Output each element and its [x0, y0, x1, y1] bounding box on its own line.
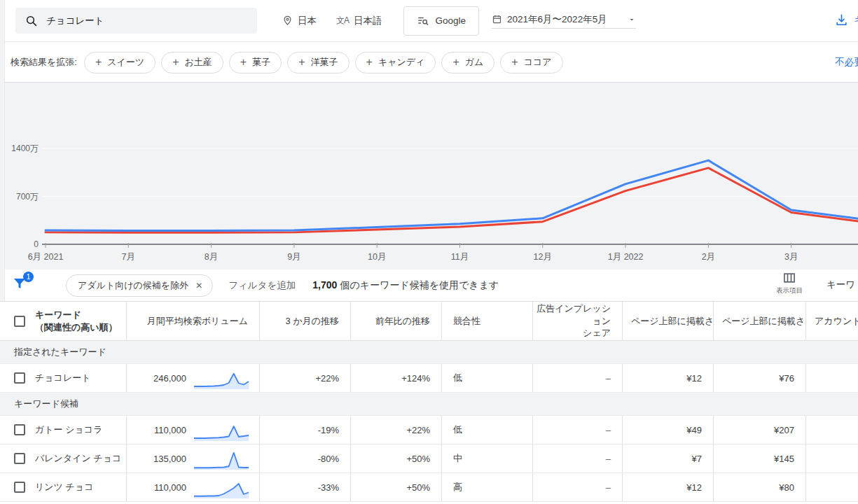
- table-row[interactable]: チョコレート 246,000 +22% +124% 低 – ¥12 ¥76: [0, 364, 858, 393]
- remove-filter-icon[interactable]: [195, 280, 202, 290]
- account-status-cell: [805, 416, 858, 444]
- expand-chip-sweets[interactable]: スイーツ: [84, 52, 155, 74]
- svg-text:8月: 8月: [205, 252, 218, 262]
- top-bid-high-value: ¥76: [713, 364, 805, 392]
- header-keyword-line2: （関連性の高い順）: [35, 321, 118, 334]
- three-month-value: -19%: [259, 416, 350, 444]
- translate-icon: 文A: [336, 15, 349, 27]
- header-top-bid-high[interactable]: ページ上部に掲載された: [713, 302, 805, 340]
- header-top-bid-low[interactable]: ページ上部に掲載された: [622, 302, 713, 340]
- keyword-label: バレンタイン チョコ: [35, 452, 121, 465]
- yoy-value: +124%: [350, 364, 441, 392]
- header-ad-share-line1: 広告インプレッション: [533, 302, 611, 327]
- svg-text:7月: 7月: [122, 252, 135, 262]
- svg-text:1400万: 1400万: [11, 144, 39, 153]
- view-selector[interactable]: キーワ: [826, 279, 855, 291]
- plus-icon: [366, 57, 373, 68]
- volume-value: 110,000: [127, 425, 186, 435]
- expand-chip-gum[interactable]: ガム: [441, 52, 494, 74]
- header-keyword[interactable]: キーワード （関連性の高い順）: [0, 302, 126, 340]
- filter-bar: 1 アダルト向けの候補を除外 フィルタを追加 1,700個のキーワード候補を使用…: [0, 270, 858, 301]
- svg-text:2月: 2月: [702, 252, 715, 262]
- three-month-value: -80%: [259, 444, 350, 472]
- chip-label: ガム: [465, 56, 484, 69]
- columns-button[interactable]: 表示項目: [776, 271, 803, 295]
- main-chart-svg: 6月 20217月8月9月10月11月12月1月 20222月3月4月0700万…: [0, 83, 858, 270]
- header-three-month[interactable]: 3 か月の推移: [259, 302, 350, 340]
- top-bid-low-value: ¥12: [622, 364, 713, 392]
- location-selector[interactable]: 日本: [282, 15, 317, 27]
- competition-value: 低: [441, 416, 532, 444]
- calendar-icon: [492, 14, 502, 24]
- top-bid-low-value: ¥7: [622, 444, 713, 472]
- yoy-value: +50%: [350, 444, 441, 472]
- three-month-value: +22%: [259, 364, 350, 392]
- sparkline: [192, 449, 251, 470]
- svg-text:6月 2021: 6月 2021: [28, 252, 64, 262]
- account-status-cell: [805, 364, 858, 392]
- header-account[interactable]: アカウントの: [805, 302, 858, 340]
- columns-icon: [782, 271, 796, 285]
- download-label: キー: [854, 14, 858, 27]
- keyword-search-input[interactable]: チョコレート: [15, 8, 257, 34]
- plus-icon: [298, 57, 305, 68]
- header-ad-share[interactable]: 広告インプレッション シェア: [532, 302, 622, 340]
- filter-count-badge: 1: [23, 272, 34, 282]
- expand-chip-kashi[interactable]: 菓子: [229, 52, 282, 74]
- expand-chip-souvenir[interactable]: お土産: [161, 52, 223, 74]
- table-row[interactable]: バレンタイン チョコ 135,000 -80% +50% 中 – ¥7 ¥145: [0, 444, 858, 473]
- chip-label: 菓子: [252, 56, 270, 69]
- account-status-cell: [805, 444, 858, 472]
- network-selector[interactable]: Google: [403, 6, 480, 36]
- topbar: チョコレート 日本 文A 日本語 Google 2021年6月〜2022年5月 …: [0, 0, 858, 42]
- top-bid-low-value: ¥12: [622, 473, 713, 501]
- volume-value: 135,000: [127, 454, 186, 464]
- date-range-selector[interactable]: 2021年6月〜2022年5月: [492, 13, 636, 29]
- competition-value: 低: [441, 364, 532, 392]
- language-selector[interactable]: 文A 日本語: [336, 15, 382, 27]
- language-value: 日本語: [354, 15, 382, 27]
- filter-button[interactable]: 1: [11, 275, 32, 296]
- table-header-row: キーワード （関連性の高い順） 月間平均検索ボリューム 3 か月の推移 前年比の…: [0, 301, 858, 341]
- top-bid-high-value: ¥80: [713, 473, 805, 501]
- chip-label: お土産: [185, 56, 212, 69]
- expand-chip-yogashi[interactable]: 洋菓子: [287, 52, 349, 74]
- expand-chip-cocoa[interactable]: ココア: [500, 52, 562, 74]
- select-all-checkbox[interactable]: [14, 316, 25, 327]
- header-competition[interactable]: 競合性: [441, 302, 532, 340]
- add-filter-button[interactable]: フィルタを追加: [228, 279, 296, 292]
- top-bid-high-value: ¥207: [713, 416, 805, 444]
- svg-text:12月: 12月: [534, 252, 552, 262]
- section-row-specified-keywords: 指定されたキーワード: [0, 341, 858, 364]
- row-checkbox[interactable]: [14, 482, 25, 493]
- download-keywords-button[interactable]: キー: [835, 13, 858, 27]
- left-edge-strip: [0, 0, 5, 301]
- table-row[interactable]: ガトー ショコラ 110,000 -19% +22% 低 – ¥49 ¥207: [0, 416, 858, 444]
- refine-results-link[interactable]: 不必要: [835, 56, 858, 69]
- row-checkbox[interactable]: [14, 372, 25, 384]
- date-range-value: 2021年6月〜2022年5月: [507, 13, 607, 26]
- keyword-count-text: 個のキーワード候補を使用できます: [340, 279, 499, 290]
- account-status-cell: [805, 473, 858, 501]
- sparkline: [192, 478, 251, 499]
- top-bid-low-value: ¥49: [622, 416, 713, 444]
- network-value: Google: [436, 15, 466, 26]
- svg-text:3月: 3月: [784, 252, 798, 262]
- sparkline: [192, 369, 251, 390]
- volume-value: 110,000: [127, 482, 186, 493]
- search-input-value: チョコレート: [46, 15, 104, 27]
- keyword-count-number: 1,700: [312, 279, 337, 290]
- row-checkbox[interactable]: [14, 453, 25, 464]
- svg-text:11月: 11月: [451, 252, 469, 262]
- table-row[interactable]: リンツ チョコ 110,000 -33% +50% 高 – ¥12 ¥80: [0, 473, 858, 502]
- expand-chip-candy[interactable]: キャンディ: [355, 52, 436, 74]
- header-yoy[interactable]: 前年比の推移: [350, 302, 441, 340]
- row-checkbox[interactable]: [14, 424, 25, 435]
- chevron-down-icon: [628, 15, 636, 24]
- header-volume[interactable]: 月間平均検索ボリューム: [126, 302, 259, 340]
- competition-value: 高: [441, 473, 532, 501]
- download-icon: [835, 13, 848, 27]
- plus-icon: [172, 57, 179, 68]
- filter-chip-exclude-adult[interactable]: アダルト向けの候補を除外: [66, 274, 213, 297]
- chip-label: ココア: [524, 56, 552, 69]
